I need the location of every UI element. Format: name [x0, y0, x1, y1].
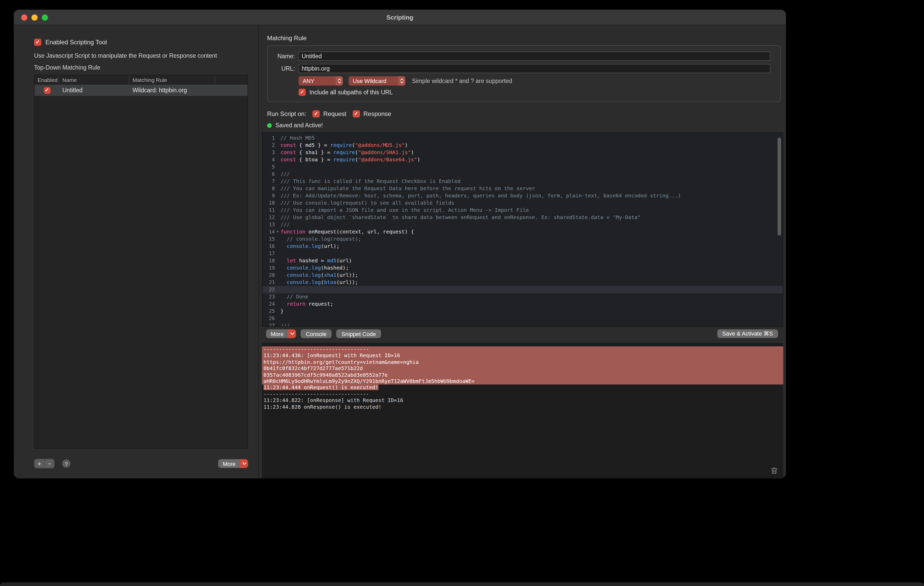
editor-scrollbar[interactable] [777, 138, 781, 235]
fold-gutter [275, 250, 280, 257]
request-checkbox[interactable] [312, 110, 320, 117]
editor-more-button[interactable]: More [266, 329, 296, 338]
row-enabled-checkbox[interactable] [44, 87, 50, 94]
column-header-enabled[interactable]: Enabled [35, 75, 59, 84]
code-line: 13/// [262, 221, 783, 228]
console-output[interactable]: ----------------------------------11:23:… [262, 343, 783, 478]
line-number: 12 [262, 214, 275, 221]
match-mode-dropdown[interactable]: Use Wildcard [348, 76, 405, 86]
line-number: 15 [262, 235, 275, 243]
window-controls [21, 14, 48, 20]
zoom-button[interactable] [42, 14, 48, 20]
status-text: Saved and Active! [276, 122, 323, 128]
line-number: 20 [262, 272, 275, 279]
console-line: 0b41fc0f832c4bf727d2777ae571b22d [262, 365, 783, 372]
code-text: const { btoa } = require("@addons/Base64… [280, 156, 783, 163]
code-line: 15 // console.log(request); [262, 235, 783, 243]
column-header-name[interactable]: Name [59, 75, 129, 84]
code-text [280, 250, 783, 257]
line-number: 26 [262, 315, 275, 322]
code-line: 23 // Done [262, 293, 783, 300]
line-number: 10 [262, 199, 275, 207]
fold-gutter [275, 171, 280, 178]
code-text: let hashed = md5(url) [280, 257, 783, 264]
fold-gutter [275, 207, 280, 214]
code-line: 26 [262, 315, 783, 322]
line-number: 22 [262, 286, 275, 293]
response-checkbox[interactable] [353, 110, 360, 117]
matching-rule-title: Matching Rule [267, 35, 783, 42]
table-row[interactable]: UntitledWildcard: httpbin.org [35, 84, 248, 96]
window-title: Scripting [14, 14, 786, 21]
add-rule-button[interactable]: + [35, 459, 45, 468]
code-text: const { md5 } = require("@addons/MD5.js"… [280, 142, 783, 149]
rule-name-input[interactable] [299, 51, 771, 61]
code-line: 6/// [262, 171, 783, 178]
code-line: 18 let hashed = md5(url) [262, 257, 783, 264]
rule-url-input[interactable] [299, 64, 771, 73]
line-number: 1 [262, 135, 275, 142]
line-number: 18 [262, 257, 275, 264]
script-editor[interactable]: 1// Hash MD52const { md5 } = require("@a… [262, 132, 783, 327]
fold-arrow-icon[interactable]: ▾ [275, 228, 280, 235]
fold-gutter [275, 322, 280, 327]
matching-rule-subtitle: Top-Down Matching Rule [34, 64, 248, 71]
chevron-down-icon [240, 459, 248, 468]
console-line: https://httpbin.org/get?country=vietnam&… [262, 359, 783, 365]
code-text: console.log(sha1(url)); [280, 272, 783, 279]
console-button[interactable]: Console [300, 329, 332, 338]
code-line: 21 console.log(btoa(url)); [262, 279, 783, 286]
scripting-description: Use Javascript Script to manipulate the … [34, 53, 248, 59]
line-number: 19 [262, 264, 275, 272]
code-text: /// This func is called if the Request C… [280, 178, 783, 185]
minimize-button[interactable] [31, 14, 38, 20]
save-activate-button[interactable]: Save & Activate ⌘S [717, 329, 778, 338]
column-header-spacer [215, 75, 248, 84]
fold-gutter [275, 300, 280, 308]
enabled-scripting-checkbox[interactable] [34, 39, 41, 46]
editor-lines: 1// Hash MD52const { md5 } = require("@a… [262, 135, 783, 327]
line-number: 6 [262, 171, 275, 178]
code-text: /// You can import a JSON file and use i… [280, 207, 783, 214]
fold-gutter [275, 214, 280, 221]
line-number: 3 [262, 149, 275, 156]
fold-gutter [275, 178, 280, 185]
console-line: 11:23:44.436: [onRequest] with Request I… [262, 353, 783, 359]
snippet-code-button[interactable]: Snippet Code [337, 329, 381, 338]
code-line: 20 console.log(sha1(url)); [262, 272, 783, 279]
line-number: 27 [262, 322, 275, 327]
titlebar[interactable]: Scripting [14, 10, 786, 25]
code-text: console.log(btoa(url)); [280, 279, 783, 286]
stepper-icon [336, 76, 343, 86]
remove-rule-button[interactable]: − [45, 459, 54, 468]
desktop: Scripting Enabled Scripting Tool Use Jav… [0, 0, 924, 586]
code-line: 11/// You can import a JSON file and use… [262, 207, 783, 214]
line-number: 23 [262, 293, 275, 300]
method-dropdown[interactable]: ANY [299, 76, 343, 86]
line-number: 16 [262, 243, 275, 250]
rules-table-header: Enabled Name Matching Rule [35, 75, 248, 84]
left-more-button[interactable]: More [218, 459, 248, 468]
subpaths-checkbox[interactable] [299, 89, 306, 96]
code-line: 10/// Use console.log(request) to see al… [262, 199, 783, 207]
fold-gutter [275, 235, 280, 243]
code-text: const { sha1 } = require("@addons/SHA1.j… [280, 149, 783, 156]
right-panel: Matching Rule Name: URL: ANY [259, 25, 786, 478]
line-number: 5 [262, 163, 275, 171]
code-text: /// [280, 221, 783, 228]
code-text: return request; [280, 300, 783, 308]
fold-gutter [275, 149, 280, 156]
fold-gutter [275, 142, 280, 149]
clear-console-button[interactable] [771, 467, 777, 474]
help-button[interactable]: ? [62, 459, 71, 468]
editor-toolbar: More Console Snippet Code Save & Activat… [267, 329, 783, 338]
left-more-label: More [218, 459, 240, 468]
close-button[interactable] [21, 14, 27, 20]
editor-more-label: More [266, 329, 288, 338]
fold-gutter [275, 156, 280, 163]
stepper-icon [398, 76, 405, 86]
column-header-matching-rule[interactable]: Matching Rule [129, 75, 215, 84]
left-panel: Enabled Scripting Tool Use Javascript Sc… [14, 25, 259, 478]
fold-gutter [275, 279, 280, 286]
code-text: // Done [280, 293, 783, 300]
